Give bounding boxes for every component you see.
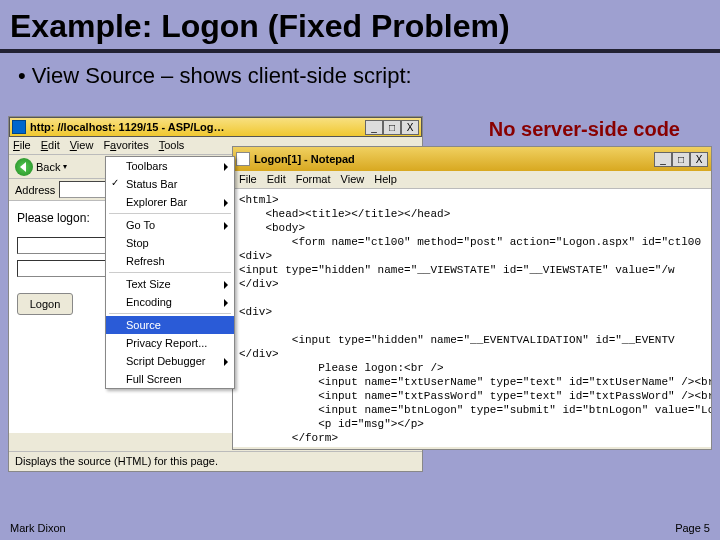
notepad-icon [236,152,250,166]
view-dropdown-menu: Toolbars Status Bar Explorer Bar Go To S… [105,156,235,389]
ie-menu-view[interactable]: View [70,139,94,152]
back-arrow-icon [15,158,33,176]
footer-author: Mark Dixon [10,522,66,534]
notepad-menubar: File Edit Format View Help [233,171,711,189]
close-button[interactable]: X [690,152,708,167]
back-button[interactable]: Back ▾ [15,158,67,176]
close-button[interactable]: X [401,120,419,135]
ie-menu-edit[interactable]: Edit [41,139,60,152]
notepad-titlebar[interactable]: Logon[1] - Notepad _ □ X [233,147,711,171]
ie-title-text: http: //localhost: 1129/15 - ASP/Log… [30,121,365,133]
menu-goto[interactable]: Go To [106,216,234,234]
minimize-button[interactable]: _ [365,120,383,135]
menu-separator [109,213,231,214]
menu-separator [109,272,231,273]
np-menu-edit[interactable]: Edit [267,173,286,186]
notepad-window: Logon[1] - Notepad _ □ X File Edit Forma… [232,146,712,450]
menu-refresh[interactable]: Refresh [106,252,234,270]
ie-menu-tools[interactable]: Tools [159,139,185,152]
maximize-button[interactable]: □ [383,120,401,135]
menu-debugger[interactable]: Script Debugger [106,352,234,370]
np-menu-view[interactable]: View [341,173,365,186]
menu-encoding[interactable]: Encoding [106,293,234,311]
notepad-title-text: Logon[1] - Notepad [254,153,654,165]
address-label: Address [15,184,55,196]
np-menu-file[interactable]: File [239,173,257,186]
ie-menu-file[interactable]: FFileile [13,139,31,152]
menu-privacy[interactable]: Privacy Report... [106,334,234,352]
notepad-body[interactable]: <html> <head><title></title></head> <bod… [233,189,711,447]
slide-footer: Mark Dixon Page 5 [10,522,710,534]
menu-separator [109,313,231,314]
np-menu-format[interactable]: Format [296,173,331,186]
logon-button[interactable]: Logon [17,293,73,315]
bullet-text: View Source – shows client-side script: [18,63,720,89]
ie-icon [12,120,26,134]
chevron-down-icon: ▾ [63,162,67,171]
np-menu-help[interactable]: Help [374,173,397,186]
ie-window-buttons: _ □ X [365,120,419,135]
callout-text: No server-side code [489,118,680,141]
ie-menu-favorites[interactable]: Favorites [103,139,148,152]
back-label: Back [36,161,60,173]
menu-toolbars[interactable]: Toolbars [106,157,234,175]
menu-explorerbar[interactable]: Explorer Bar [106,193,234,211]
ie-titlebar[interactable]: http: //localhost: 1129/15 - ASP/Log… _ … [9,117,422,137]
menu-fullscreen[interactable]: Full Screen [106,370,234,388]
maximize-button[interactable]: □ [672,152,690,167]
slide-title: Example: Logon (Fixed Problem) [10,8,710,45]
footer-page: Page 5 [675,522,710,534]
minimize-button[interactable]: _ [654,152,672,167]
menu-source[interactable]: Source [106,316,234,334]
ie-statusbar: Displays the source (HTML) for this page… [9,451,422,471]
notepad-window-buttons: _ □ X [654,152,708,167]
menu-statusbar[interactable]: Status Bar [106,175,234,193]
menu-stop[interactable]: Stop [106,234,234,252]
menu-textsize[interactable]: Text Size [106,275,234,293]
notepad-source-code[interactable]: <html> <head><title></title></head> <bod… [239,193,705,447]
slide-title-area: Example: Logon (Fixed Problem) [0,0,720,53]
